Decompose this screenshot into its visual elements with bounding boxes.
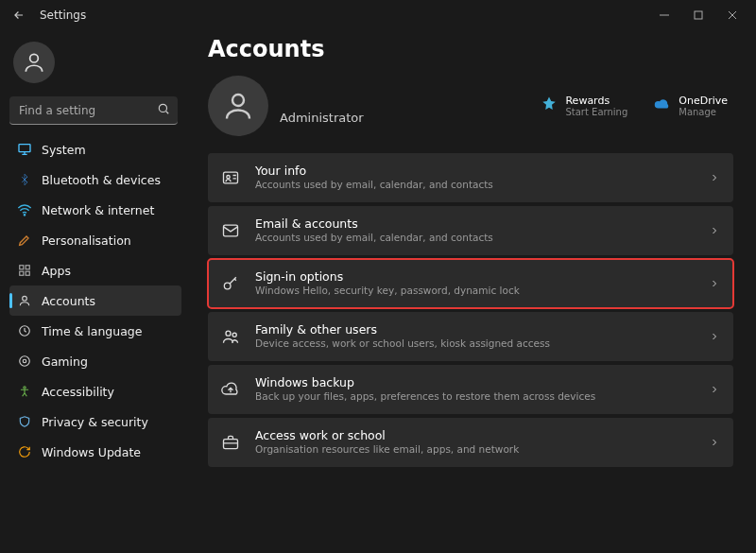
onedrive-icon xyxy=(654,95,671,112)
personalisation-icon xyxy=(17,233,32,248)
system-icon xyxy=(17,142,32,157)
card-sub: Device access, work or school users, kio… xyxy=(255,337,550,351)
chevron-right-icon xyxy=(709,384,720,395)
sidebar-item-time[interactable]: Time & language xyxy=(9,316,181,346)
family-icon xyxy=(221,327,240,346)
sidebar-item-bluetooth[interactable]: Bluetooth & devices xyxy=(9,164,181,195)
close-button[interactable] xyxy=(716,2,748,28)
card-windows-backup[interactable]: Windows backup Back up your files, apps,… xyxy=(208,365,733,414)
chevron-right-icon xyxy=(709,437,720,448)
gaming-icon xyxy=(17,354,32,369)
svg-point-11 xyxy=(20,356,30,367)
chevron-right-icon xyxy=(709,172,720,183)
sidebar-item-label: System xyxy=(42,143,174,157)
card-work-school[interactable]: Access work or school Organisation resou… xyxy=(208,418,733,467)
card-title: Family & other users xyxy=(255,322,550,337)
update-icon xyxy=(17,444,32,459)
card-sign-in-options[interactable]: Sign-in options Windows Hello, security … xyxy=(208,259,733,308)
svg-point-14 xyxy=(232,95,244,106)
sidebar-item-apps[interactable]: Apps xyxy=(9,255,181,285)
maximize-button[interactable] xyxy=(682,2,714,28)
main-content: Accounts Administrator Rewards Start Ear… xyxy=(189,30,756,553)
sidebar-item-label: Accessibility xyxy=(42,385,174,399)
sidebar-item-label: Time & language xyxy=(42,324,174,338)
card-sub: Windows Hello, security key, password, d… xyxy=(255,285,520,298)
onedrive-promo[interactable]: OneDrive Manage xyxy=(654,95,728,117)
chevron-right-icon xyxy=(709,331,720,342)
sidebar-item-personalisation[interactable]: Personalisation xyxy=(9,225,181,255)
card-email-accounts[interactable]: Email & accounts Accounts used by email,… xyxy=(208,206,733,255)
avatar[interactable] xyxy=(13,42,55,83)
rewards-sub: Start Earning xyxy=(565,107,627,117)
svg-point-2 xyxy=(159,104,166,112)
card-title: Your info xyxy=(255,164,493,179)
svg-rect-7 xyxy=(20,271,24,275)
sidebar: System Bluetooth & devices Network & int… xyxy=(0,30,189,553)
card-sub: Accounts used by email, calendar, and co… xyxy=(255,232,493,245)
sidebar-item-system[interactable]: System xyxy=(9,134,181,164)
search-input[interactable] xyxy=(9,96,178,125)
sidebar-item-privacy[interactable]: Privacy & security xyxy=(9,406,181,437)
svg-rect-17 xyxy=(224,225,238,236)
sidebar-item-network[interactable]: Network & internet xyxy=(9,195,181,225)
profile-avatar[interactable] xyxy=(208,76,268,136)
onedrive-title: OneDrive xyxy=(679,95,728,107)
onedrive-sub: Manage xyxy=(679,107,728,117)
sidebar-item-label: Bluetooth & devices xyxy=(42,173,174,187)
titlebar: Settings xyxy=(0,0,756,30)
accounts-icon xyxy=(17,293,32,308)
sidebar-item-label: Gaming xyxy=(42,354,174,369)
svg-point-18 xyxy=(224,283,231,289)
sidebar-item-label: Personalisation xyxy=(42,233,174,248)
card-sub: Organisation resources like email, apps,… xyxy=(255,443,519,457)
svg-point-12 xyxy=(23,359,26,363)
profile-row: Administrator Rewards Start Earning OneD… xyxy=(208,76,733,136)
svg-point-16 xyxy=(227,176,230,179)
rewards-icon xyxy=(541,95,558,112)
sidebar-item-label: Apps xyxy=(42,264,174,278)
sidebar-item-update[interactable]: Windows Update xyxy=(9,437,181,467)
username-label: Administrator xyxy=(280,111,364,125)
svg-point-9 xyxy=(23,296,27,301)
svg-point-4 xyxy=(24,215,25,216)
svg-point-1 xyxy=(30,54,39,62)
briefcase-icon xyxy=(221,433,240,452)
card-sub: Accounts used by email, calendar, and co… xyxy=(255,179,493,192)
shield-icon xyxy=(17,414,32,429)
sidebar-item-label: Privacy & security xyxy=(42,415,174,429)
svg-point-19 xyxy=(226,331,231,336)
window-controls xyxy=(648,2,748,28)
card-family-users[interactable]: Family & other users Device access, work… xyxy=(208,312,733,361)
back-button[interactable] xyxy=(8,4,30,26)
network-icon xyxy=(17,202,32,217)
apps-icon xyxy=(17,263,32,278)
search-icon xyxy=(157,102,170,115)
rewards-promo[interactable]: Rewards Start Earning xyxy=(541,95,627,117)
svg-rect-21 xyxy=(224,440,238,449)
minimize-button[interactable] xyxy=(648,2,680,28)
card-title: Email & accounts xyxy=(255,216,493,232)
bluetooth-icon xyxy=(17,172,32,187)
search-field[interactable] xyxy=(19,104,151,117)
card-title: Access work or school xyxy=(255,428,519,443)
svg-rect-5 xyxy=(20,266,24,269)
email-icon xyxy=(221,221,240,240)
time-icon xyxy=(17,323,32,338)
svg-rect-0 xyxy=(695,11,702,19)
svg-point-20 xyxy=(232,333,236,337)
accessibility-icon xyxy=(17,384,32,399)
chevron-right-icon xyxy=(709,225,720,236)
window-title: Settings xyxy=(40,9,86,22)
your-info-icon xyxy=(221,168,240,187)
sidebar-item-gaming[interactable]: Gaming xyxy=(9,346,181,376)
card-sub: Back up your files, apps, preferences to… xyxy=(255,390,595,404)
sidebar-item-label: Accounts xyxy=(42,294,174,308)
sidebar-item-accounts[interactable]: Accounts xyxy=(9,285,181,316)
card-title: Windows backup xyxy=(255,375,595,390)
sidebar-item-label: Windows Update xyxy=(42,445,174,459)
sidebar-item-accessibility[interactable]: Accessibility xyxy=(9,376,181,406)
backup-icon xyxy=(221,380,240,399)
sidebar-item-label: Network & internet xyxy=(42,203,174,217)
card-your-info[interactable]: Your info Accounts used by email, calend… xyxy=(208,153,733,202)
svg-rect-8 xyxy=(26,271,29,275)
